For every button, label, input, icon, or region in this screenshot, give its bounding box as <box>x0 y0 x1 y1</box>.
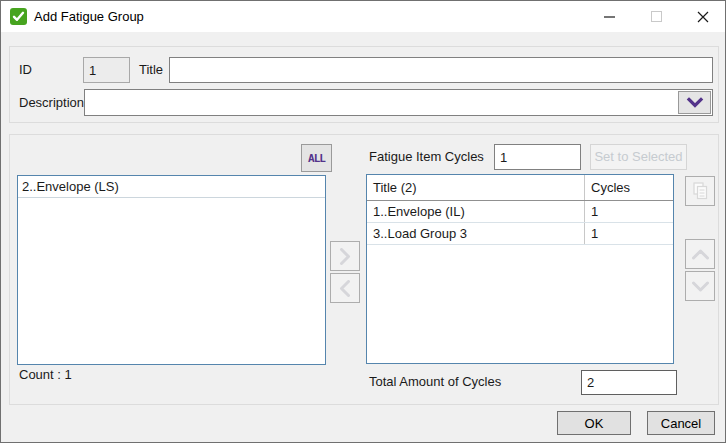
chevron-down-icon <box>692 281 709 292</box>
chevron-down-icon <box>686 97 704 109</box>
minimize-button[interactable] <box>587 1 633 32</box>
list-item[interactable]: 2..Envelope (LS) <box>18 176 325 198</box>
select-all-button[interactable]: ALL <box>301 144 332 172</box>
table-header-cycles: Cycles <box>584 175 673 200</box>
table-row[interactable]: 3..Load Group 3 1 <box>367 223 673 245</box>
table-header-title: Title (2) <box>367 175 584 200</box>
title-input[interactable] <box>169 57 713 83</box>
id-label: ID <box>19 57 32 83</box>
table-cell-cycles[interactable]: 1 <box>584 223 673 244</box>
table-row[interactable]: 1..Envelope (IL) 1 <box>367 201 673 223</box>
window-title: Add Fatigue Group <box>34 1 144 32</box>
table-cell-title[interactable]: 1..Envelope (IL) <box>367 201 584 222</box>
available-items-list[interactable]: 2..Envelope (LS) <box>17 175 326 365</box>
cancel-button[interactable]: Cancel <box>647 411 715 435</box>
count-label: Count : 1 <box>19 365 72 391</box>
move-up-button <box>685 239 715 269</box>
description-input[interactable] <box>85 90 675 115</box>
description-label: Description <box>19 89 84 115</box>
copy-icon <box>692 182 708 200</box>
fatigue-item-cycles-input[interactable] <box>494 144 581 170</box>
check-icon <box>10 8 27 25</box>
id-field <box>83 57 130 83</box>
minimize-icon <box>604 11 616 23</box>
add-fatigue-group-dialog: Add Fatigue Group ID Title Description A… <box>0 0 726 443</box>
chevron-left-icon <box>339 280 351 297</box>
copy-button <box>685 176 715 206</box>
total-cycles-input[interactable] <box>581 370 677 395</box>
table-cell-title[interactable]: 3..Load Group 3 <box>367 223 584 244</box>
total-cycles-label: Total Amount of Cycles <box>369 369 501 395</box>
close-button[interactable] <box>679 1 726 32</box>
fatigue-item-cycles-label: Fatigue Item Cycles <box>369 144 484 170</box>
table-header: Title (2) Cycles <box>367 175 673 201</box>
close-icon <box>697 11 709 23</box>
move-down-button <box>685 271 715 301</box>
move-right-button[interactable] <box>330 241 360 271</box>
ok-button[interactable]: OK <box>557 411 631 435</box>
chevron-up-icon <box>692 249 709 260</box>
set-to-selected-button: Set to Selected <box>590 144 687 170</box>
description-combobox <box>84 89 713 116</box>
move-left-button[interactable] <box>330 273 360 303</box>
titlebar: Add Fatigue Group <box>1 1 725 32</box>
description-dropdown-button[interactable] <box>678 91 711 114</box>
maximize-button <box>633 1 679 32</box>
table-cell-cycles[interactable]: 1 <box>584 201 673 222</box>
maximize-icon <box>651 11 662 22</box>
title-label: Title <box>139 57 163 83</box>
chevron-right-icon <box>339 248 351 265</box>
fatigue-items-table[interactable]: Title (2) Cycles 1..Envelope (IL) 1 3..L… <box>366 174 674 364</box>
